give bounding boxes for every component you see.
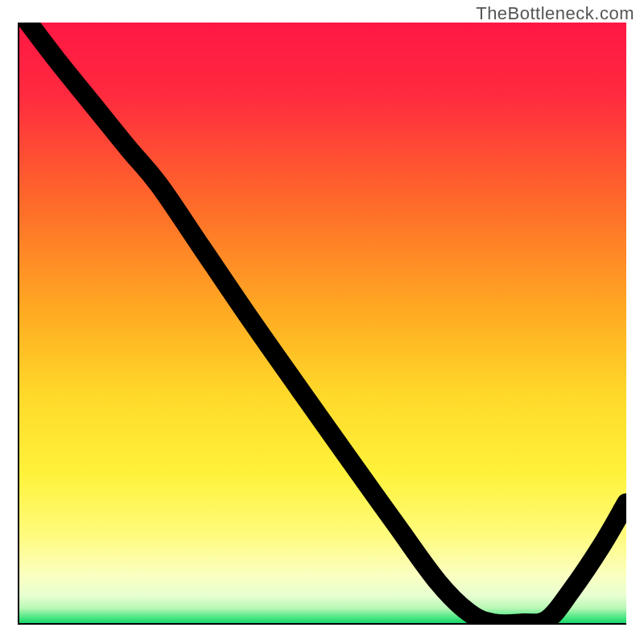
chart-stage: TheBottleneck.com bbox=[0, 0, 644, 644]
chart-series bbox=[19, 23, 626, 623]
watermark-text: TheBottleneck.com bbox=[476, 3, 634, 24]
plot-area bbox=[18, 23, 626, 625]
bottleneck-curve bbox=[19, 23, 626, 623]
